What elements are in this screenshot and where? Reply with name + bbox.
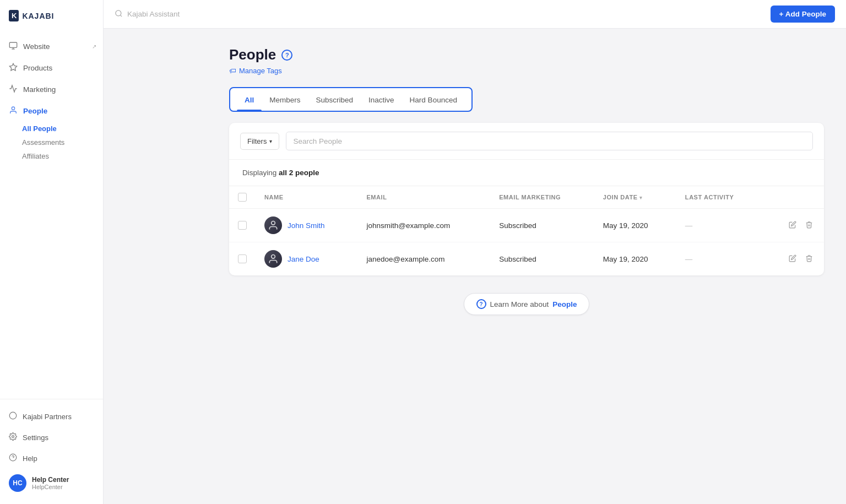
sidebar-item-marketing[interactable]: Marketing: [0, 79, 103, 100]
filters-label: Filters: [247, 137, 267, 145]
marketing-icon: [9, 84, 18, 95]
table-row: Jane Doe janedoe@example.com Subscribed …: [229, 242, 824, 276]
person-email: johnsmith@example.com: [366, 221, 450, 230]
people-icon: [9, 106, 18, 116]
monitor-icon: [9, 41, 18, 52]
sidebar-nav: Website ↗ Products Marketing People All …: [0, 31, 103, 399]
products-icon: [9, 63, 18, 73]
table-header-row: NAME EMAIL EMAIL MARKETING JOIN DATE ▾ L…: [229, 186, 824, 209]
sidebar-item-people[interactable]: People: [0, 100, 103, 122]
th-email-marketing: EMAIL MARKETING: [490, 186, 594, 209]
sidebar-item-help[interactable]: Help: [0, 448, 103, 469]
search-area[interactable]: Kajabi Assistant: [115, 9, 180, 19]
tab-hard-bounced[interactable]: Hard Bounced: [402, 88, 465, 111]
row-email-marketing-cell: Subscribed: [490, 209, 594, 242]
svg-line-10: [120, 15, 122, 17]
help-center-block[interactable]: HC Help Center HelpCenter: [0, 469, 103, 497]
delete-button[interactable]: [803, 252, 815, 266]
table-body: John Smith johnsmith@example.com Subscri…: [229, 209, 824, 276]
help-center-sub: HelpCenter: [32, 484, 69, 490]
person-last-activity: —: [685, 221, 693, 230]
search-icon: [115, 9, 123, 19]
person-name[interactable]: John Smith: [288, 221, 325, 230]
logo-text: KAJABI: [22, 12, 54, 20]
filters-button[interactable]: Filters ▾: [240, 133, 279, 150]
people-search-input[interactable]: [293, 137, 386, 145]
table-toolbar: Filters ▾: [229, 123, 824, 160]
page-title-row: People ?: [229, 46, 824, 63]
tag-icon: 🏷: [229, 67, 236, 75]
sidebar-item-assessments[interactable]: Assessments: [22, 136, 103, 149]
th-checkbox: [229, 186, 256, 209]
svg-point-11: [272, 221, 275, 225]
sidebar-item-affiliates[interactable]: Affiliates: [22, 149, 103, 163]
th-last-activity: LAST ACTIVITY: [676, 186, 763, 209]
people-search-wrapper[interactable]: [286, 132, 813, 150]
help-center-label: Help Center: [32, 476, 69, 484]
sidebar-item-products[interactable]: Products: [0, 57, 103, 79]
person-name[interactable]: Jane Doe: [288, 255, 319, 263]
row-actions-cell: [763, 242, 824, 276]
row-last-activity-cell: —: [676, 209, 763, 242]
person-join-date: May 19, 2020: [603, 221, 648, 230]
tab-subscribed[interactable]: Subscribed: [308, 88, 361, 111]
main-content: People ? 🏷 Manage Tags All Members Subsc…: [207, 29, 846, 504]
sidebar-item-all-people[interactable]: All People: [22, 122, 103, 136]
th-email: EMAIL: [357, 186, 490, 209]
people-table: NAME EMAIL EMAIL MARKETING JOIN DATE ▾ L…: [229, 186, 824, 275]
logo[interactable]: K KAJABI: [0, 0, 103, 31]
svg-point-4: [12, 107, 14, 110]
row-email-marketing-cell: Subscribed: [490, 242, 594, 276]
sidebar-item-products-label: Products: [23, 64, 52, 72]
svg-point-6: [12, 436, 14, 438]
row-email-cell: johnsmith@example.com: [357, 209, 490, 242]
th-actions: [763, 186, 824, 209]
learn-more-row: ? Learn More about People: [229, 275, 824, 324]
th-join-date[interactable]: JOIN DATE ▾: [594, 186, 676, 209]
chevron-down-icon: ▾: [269, 138, 272, 144]
row-checkbox-cell: [229, 209, 256, 242]
row-checkbox[interactable]: [238, 221, 247, 230]
sidebar-item-help-label: Help: [23, 454, 37, 463]
add-people-button[interactable]: + Add People: [771, 6, 835, 23]
row-last-activity-cell: —: [676, 242, 763, 276]
row-actions-cell: [763, 209, 824, 242]
manage-tags-link[interactable]: 🏷 Manage Tags: [229, 67, 824, 75]
external-link-icon: ↗: [92, 44, 96, 50]
row-checkbox[interactable]: [238, 254, 247, 263]
sidebar-item-website[interactable]: Website ↗: [0, 36, 103, 57]
sidebar-bottom: Kajabi Partners Settings Help HC Help Ce…: [0, 399, 103, 504]
row-checkbox-cell: [229, 242, 256, 276]
page-title: People: [229, 46, 276, 63]
sidebar-item-marketing-label: Marketing: [23, 85, 56, 94]
person-last-activity: —: [685, 255, 693, 263]
row-join-date-cell: May 19, 2020: [594, 209, 676, 242]
select-all-checkbox[interactable]: [238, 193, 247, 202]
settings-icon: [9, 432, 17, 442]
tab-members[interactable]: Members: [262, 88, 308, 111]
row-name-cell: Jane Doe: [256, 242, 357, 276]
sidebar-item-settings-label: Settings: [23, 433, 48, 442]
sort-icon: ▾: [639, 195, 643, 200]
edit-button[interactable]: [787, 219, 799, 232]
topbar: Kajabi Assistant + Add People: [104, 0, 846, 29]
row-join-date-cell: May 19, 2020: [594, 242, 676, 276]
tab-inactive[interactable]: Inactive: [361, 88, 402, 111]
tabs-container: All Members Subscribed Inactive Hard Bou…: [229, 87, 473, 112]
sidebar-item-settings[interactable]: Settings: [0, 427, 103, 448]
person-join-date: May 19, 2020: [603, 255, 648, 263]
learn-more-button[interactable]: ? Learn More about People: [464, 293, 590, 315]
tab-all[interactable]: All: [237, 88, 262, 111]
svg-marker-3: [9, 63, 17, 71]
learn-more-prefix: Learn More about: [490, 300, 549, 308]
search-placeholder[interactable]: Kajabi Assistant: [127, 10, 180, 18]
row-name-cell: John Smith: [256, 209, 357, 242]
row-email-cell: janedoe@example.com: [357, 242, 490, 276]
help-tooltip-icon[interactable]: ?: [281, 50, 292, 61]
edit-button[interactable]: [787, 252, 799, 266]
help-icon: [9, 453, 17, 463]
th-name: NAME: [256, 186, 357, 209]
person-email-marketing: Subscribed: [499, 255, 536, 263]
delete-button[interactable]: [803, 219, 815, 232]
sidebar-item-kajabi-partners[interactable]: Kajabi Partners: [0, 406, 103, 427]
